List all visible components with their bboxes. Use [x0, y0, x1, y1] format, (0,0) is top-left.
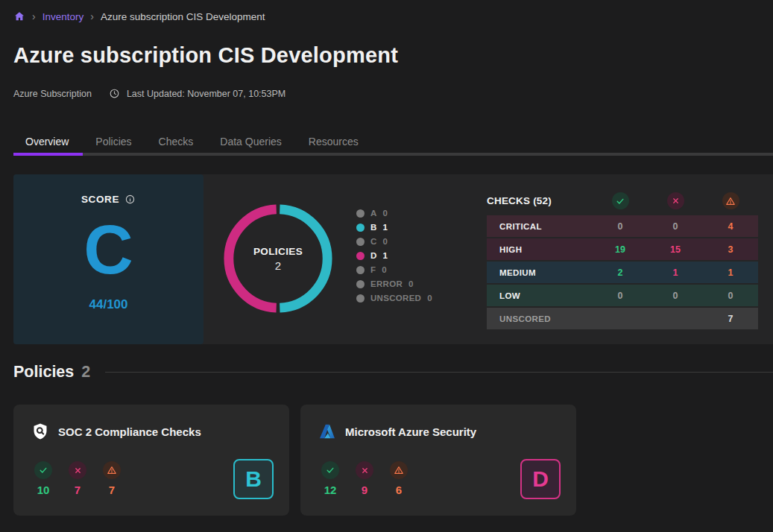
tab-bar: Overview Policies Checks Data Queries Re…	[13, 131, 370, 152]
legend-dot	[356, 224, 365, 232]
score-value: 44/100	[89, 297, 128, 312]
donut-legend: A 0 B 1 C 0 D 1 F 0	[356, 209, 432, 303]
legend-item-d[interactable]: D 1	[356, 251, 432, 260]
score-card: SCORE C 44/100	[13, 174, 203, 344]
page: › Inventory › Azure subscription CIS Dev…	[0, 0, 773, 532]
checks-row-unscored[interactable]: UNSCORED 7	[487, 308, 758, 329]
legend-dot	[356, 252, 365, 260]
legend-dot	[356, 294, 365, 303]
tab-overview[interactable]: Overview	[13, 131, 81, 152]
info-icon[interactable]	[124, 194, 136, 205]
checks-table: CHECKS (52) CRITICAL 0 0 4 HIGH 19	[487, 186, 758, 331]
check-alarm-icon	[667, 192, 684, 209]
stat-ok: 12	[318, 461, 342, 496]
legend-item-error[interactable]: ERROR 0	[356, 279, 432, 288]
stat-ok: 10	[31, 461, 55, 496]
policy-card-soc2[interactable]: SOC 2 Compliance Checks 10 7	[13, 405, 289, 516]
policy-card-stats: 10 7 7	[31, 461, 124, 496]
policy-cards: SOC 2 Compliance Checks 10 7	[13, 405, 576, 516]
azure-icon	[318, 422, 336, 440]
check-alarm-icon	[356, 461, 373, 479]
check-ok-icon	[612, 192, 629, 209]
home-icon[interactable]	[13, 10, 25, 22]
policy-card-title: SOC 2 Compliance Checks	[58, 425, 201, 438]
policy-card-stats: 12 9 6	[318, 461, 411, 496]
breadcrumb-current: Azure subscription CIS Development	[101, 11, 265, 22]
policies-donut-chart: POLICIES 2	[223, 203, 333, 314]
score-label: SCORE	[81, 194, 119, 205]
check-ok-icon	[34, 461, 52, 479]
checks-row-high[interactable]: HIGH 19 15 3	[487, 238, 758, 260]
checks-title: CHECKS (52)	[487, 195, 593, 206]
last-updated-text: Last Updated: November 07, 10:53PM	[127, 89, 285, 99]
legend-dot	[356, 266, 365, 274]
legend-item-a[interactable]: A 0	[356, 209, 432, 218]
check-alarm-icon	[69, 461, 86, 479]
checks-row-medium[interactable]: MEDIUM 2 1 1	[487, 262, 758, 283]
stat-error: 6	[387, 461, 411, 496]
check-error-icon	[103, 461, 121, 479]
policies-section-count: 2	[81, 363, 90, 381]
page-meta: Azure Subscription Last Updated: Novembe…	[13, 88, 285, 99]
checks-row-low[interactable]: LOW 0 0 0	[487, 285, 758, 306]
stat-error: 7	[100, 461, 124, 496]
resource-type-label: Azure Subscription	[13, 89, 92, 99]
breadcrumb: › Inventory › Azure subscription CIS Dev…	[13, 10, 265, 22]
breadcrumb-link-inventory[interactable]: Inventory	[42, 11, 84, 22]
grade-badge: D	[520, 459, 561, 499]
legend-dot	[356, 280, 365, 288]
stat-alarm: 9	[353, 461, 376, 496]
legend-dot	[356, 209, 365, 218]
policies-section-header: Policies 2	[13, 363, 773, 381]
legend-item-unscored[interactable]: UNSCORED 0	[356, 294, 432, 303]
tab-policies[interactable]: Policies	[83, 131, 143, 152]
tab-checks[interactable]: Checks	[147, 131, 206, 152]
clock-icon	[109, 88, 120, 99]
donut-center-label: POLICIES 2	[223, 203, 333, 314]
check-error-icon	[390, 461, 408, 479]
stat-alarm: 7	[66, 461, 89, 496]
section-divider	[105, 372, 773, 373]
check-error-icon	[722, 192, 739, 209]
check-ok-icon	[321, 461, 339, 479]
legend-item-b[interactable]: B 1	[356, 223, 432, 232]
page-title: Azure subscription CIS Development	[13, 43, 398, 68]
legend-dot	[356, 238, 365, 246]
policy-card-azure-security[interactable]: Microsoft Azure Security 12 9	[300, 405, 576, 516]
checks-table-header: CHECKS (52)	[487, 186, 758, 215]
policies-section-title: Policies	[13, 363, 74, 381]
legend-item-c[interactable]: C 0	[356, 237, 432, 246]
tab-underline-track	[13, 153, 773, 156]
breadcrumb-separator: ›	[90, 10, 94, 22]
soc2-shield-icon	[31, 422, 49, 440]
policy-card-title: Microsoft Azure Security	[345, 425, 476, 438]
score-grade: C	[83, 215, 133, 284]
tab-resources[interactable]: Resources	[297, 131, 370, 152]
breadcrumb-separator: ›	[32, 10, 36, 22]
legend-item-f[interactable]: F 0	[356, 265, 432, 274]
tab-data-queries[interactable]: Data Queries	[208, 131, 293, 152]
checks-row-critical[interactable]: CRITICAL 0 0 4	[487, 215, 758, 237]
overview-panel: SCORE C 44/100 POLICIES 2 A	[13, 174, 773, 344]
grade-badge: B	[233, 459, 274, 499]
active-tab-indicator	[13, 153, 83, 156]
